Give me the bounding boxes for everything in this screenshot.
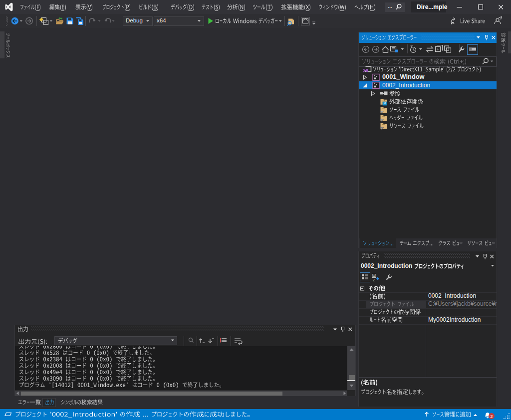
svg-text:2: 2 (491, 414, 493, 419)
svg-text:Z: Z (373, 278, 375, 282)
svg-text:A: A (373, 274, 375, 278)
